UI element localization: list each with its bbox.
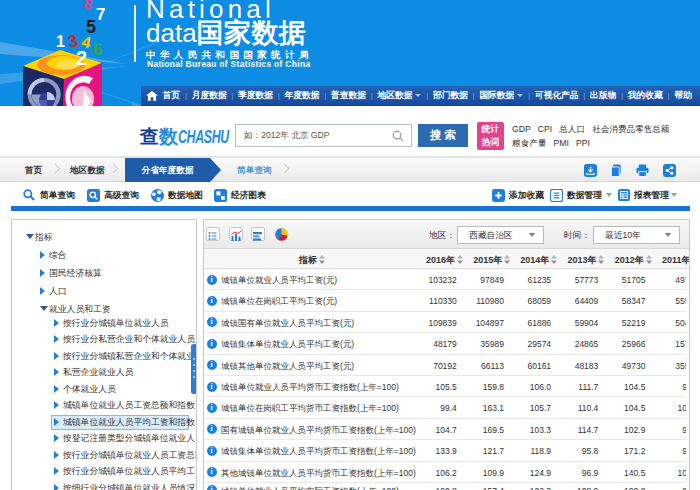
svg-text:7: 7: [96, 5, 105, 24]
svg-text:6: 6: [93, 40, 102, 59]
svg-text:2: 2: [76, 47, 87, 69]
svg-text:8: 8: [82, 0, 95, 13]
svg-text:1: 1: [56, 33, 65, 50]
